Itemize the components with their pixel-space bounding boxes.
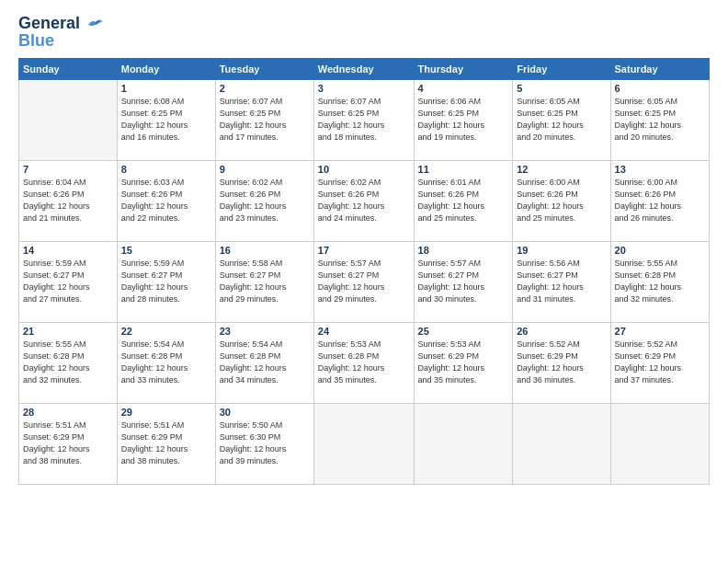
calendar-cell: 19Sunrise: 5:56 AMSunset: 6:27 PMDayligh… — [513, 241, 610, 322]
day-number: 22 — [121, 326, 211, 337]
day-number: 23 — [220, 326, 310, 337]
day-info: Sunrise: 5:57 AMSunset: 6:27 PMDaylight:… — [418, 258, 509, 305]
day-number: 28 — [23, 407, 113, 418]
day-info: Sunrise: 5:51 AMSunset: 6:29 PMDaylight:… — [121, 419, 211, 467]
day-number: 18 — [418, 245, 509, 256]
day-info: Sunrise: 6:01 AMSunset: 6:26 PMDaylight:… — [418, 177, 509, 224]
day-info: Sunrise: 5:52 AMSunset: 6:29 PMDaylight:… — [615, 339, 705, 386]
calendar-cell: 7Sunrise: 6:04 AMSunset: 6:26 PMDaylight… — [19, 160, 118, 241]
calendar-cell — [19, 79, 118, 160]
week-row-2: 7Sunrise: 6:04 AMSunset: 6:26 PMDaylight… — [19, 160, 710, 241]
calendar-cell: 11Sunrise: 6:01 AMSunset: 6:26 PMDayligh… — [414, 160, 513, 241]
day-info: Sunrise: 6:00 AMSunset: 6:26 PMDaylight:… — [517, 177, 606, 224]
day-number: 3 — [318, 83, 410, 94]
day-number: 14 — [23, 245, 113, 256]
calendar-cell: 6Sunrise: 6:05 AMSunset: 6:25 PMDaylight… — [610, 79, 709, 160]
day-number: 15 — [121, 245, 211, 256]
calendar-cell: 3Sunrise: 6:07 AMSunset: 6:25 PMDaylight… — [313, 79, 414, 160]
day-number: 1 — [121, 83, 211, 94]
day-info: Sunrise: 5:50 AMSunset: 6:30 PMDaylight:… — [220, 419, 310, 467]
calendar-cell: 5Sunrise: 6:05 AMSunset: 6:25 PMDaylight… — [513, 79, 610, 160]
day-number: 10 — [318, 164, 410, 175]
logo-blue: Blue — [18, 31, 54, 51]
day-number: 20 — [615, 245, 705, 256]
day-number: 21 — [23, 326, 113, 337]
day-number: 17 — [318, 245, 410, 256]
calendar: SundayMondayTuesdayWednesdayThursdayFrid… — [18, 58, 710, 485]
day-info: Sunrise: 6:05 AMSunset: 6:25 PMDaylight:… — [517, 96, 606, 144]
day-number: 25 — [418, 326, 509, 337]
calendar-header-row: SundayMondayTuesdayWednesdayThursdayFrid… — [19, 58, 710, 79]
day-info: Sunrise: 5:55 AMSunset: 6:28 PMDaylight:… — [23, 339, 113, 386]
day-number: 13 — [615, 164, 705, 175]
calendar-cell — [513, 403, 610, 484]
col-header-friday: Friday — [513, 58, 610, 79]
day-info: Sunrise: 5:52 AMSunset: 6:29 PMDaylight:… — [517, 339, 606, 386]
header: General Blue — [18, 15, 710, 51]
calendar-cell: 17Sunrise: 5:57 AMSunset: 6:27 PMDayligh… — [313, 241, 414, 322]
day-info: Sunrise: 6:07 AMSunset: 6:25 PMDaylight:… — [318, 96, 410, 144]
logo: General Blue — [18, 15, 105, 51]
calendar-cell — [313, 403, 414, 484]
day-info: Sunrise: 6:02 AMSunset: 6:26 PMDaylight:… — [318, 177, 410, 224]
day-number: 30 — [220, 407, 310, 418]
day-number: 5 — [517, 83, 606, 94]
calendar-cell: 20Sunrise: 5:55 AMSunset: 6:28 PMDayligh… — [610, 241, 709, 322]
week-row-4: 21Sunrise: 5:55 AMSunset: 6:28 PMDayligh… — [19, 322, 710, 403]
calendar-cell: 13Sunrise: 6:00 AMSunset: 6:26 PMDayligh… — [610, 160, 709, 241]
calendar-cell: 26Sunrise: 5:52 AMSunset: 6:29 PMDayligh… — [513, 322, 610, 403]
calendar-cell: 30Sunrise: 5:50 AMSunset: 6:30 PMDayligh… — [215, 403, 313, 484]
calendar-cell: 27Sunrise: 5:52 AMSunset: 6:29 PMDayligh… — [610, 322, 709, 403]
day-info: Sunrise: 6:08 AMSunset: 6:25 PMDaylight:… — [121, 96, 211, 144]
day-info: Sunrise: 5:57 AMSunset: 6:27 PMDaylight:… — [318, 258, 410, 305]
day-number: 7 — [23, 164, 113, 175]
calendar-cell: 14Sunrise: 5:59 AMSunset: 6:27 PMDayligh… — [19, 241, 118, 322]
col-header-thursday: Thursday — [414, 58, 513, 79]
day-info: Sunrise: 6:02 AMSunset: 6:26 PMDaylight:… — [220, 177, 310, 224]
day-number: 2 — [220, 83, 310, 94]
col-header-monday: Monday — [117, 58, 215, 79]
col-header-tuesday: Tuesday — [215, 58, 313, 79]
page: General Blue SundayMondayTuesdayWednesda… — [0, 0, 728, 563]
day-number: 4 — [418, 83, 509, 94]
day-number: 27 — [615, 326, 705, 337]
day-info: Sunrise: 5:59 AMSunset: 6:27 PMDaylight:… — [23, 258, 113, 305]
day-number: 19 — [517, 245, 606, 256]
day-info: Sunrise: 6:00 AMSunset: 6:26 PMDaylight:… — [615, 177, 705, 224]
calendar-cell: 1Sunrise: 6:08 AMSunset: 6:25 PMDaylight… — [117, 79, 215, 160]
calendar-cell — [610, 403, 709, 484]
calendar-cell: 10Sunrise: 6:02 AMSunset: 6:26 PMDayligh… — [313, 160, 414, 241]
calendar-cell: 24Sunrise: 5:53 AMSunset: 6:28 PMDayligh… — [313, 322, 414, 403]
col-header-saturday: Saturday — [610, 58, 709, 79]
day-info: Sunrise: 6:03 AMSunset: 6:26 PMDaylight:… — [121, 177, 211, 224]
day-info: Sunrise: 6:06 AMSunset: 6:25 PMDaylight:… — [418, 96, 509, 144]
week-row-5: 28Sunrise: 5:51 AMSunset: 6:29 PMDayligh… — [19, 403, 710, 484]
day-number: 6 — [615, 83, 705, 94]
logo-bird-icon — [86, 17, 105, 30]
day-number: 8 — [121, 164, 211, 175]
calendar-cell: 16Sunrise: 5:58 AMSunset: 6:27 PMDayligh… — [215, 241, 313, 322]
day-info: Sunrise: 5:53 AMSunset: 6:29 PMDaylight:… — [418, 339, 509, 386]
day-info: Sunrise: 5:56 AMSunset: 6:27 PMDaylight:… — [517, 258, 606, 305]
calendar-cell: 29Sunrise: 5:51 AMSunset: 6:29 PMDayligh… — [117, 403, 215, 484]
calendar-cell: 2Sunrise: 6:07 AMSunset: 6:25 PMDaylight… — [215, 79, 313, 160]
day-number: 11 — [418, 164, 509, 175]
day-info: Sunrise: 5:53 AMSunset: 6:28 PMDaylight:… — [318, 339, 410, 386]
day-info: Sunrise: 5:54 AMSunset: 6:28 PMDaylight:… — [121, 339, 211, 386]
calendar-cell: 9Sunrise: 6:02 AMSunset: 6:26 PMDaylight… — [215, 160, 313, 241]
day-info: Sunrise: 5:58 AMSunset: 6:27 PMDaylight:… — [220, 258, 310, 305]
day-info: Sunrise: 6:07 AMSunset: 6:25 PMDaylight:… — [220, 96, 310, 144]
day-info: Sunrise: 6:05 AMSunset: 6:25 PMDaylight:… — [615, 96, 705, 144]
calendar-cell: 8Sunrise: 6:03 AMSunset: 6:26 PMDaylight… — [117, 160, 215, 241]
week-row-1: 1Sunrise: 6:08 AMSunset: 6:25 PMDaylight… — [19, 79, 710, 160]
calendar-cell: 23Sunrise: 5:54 AMSunset: 6:28 PMDayligh… — [215, 322, 313, 403]
calendar-cell: 12Sunrise: 6:00 AMSunset: 6:26 PMDayligh… — [513, 160, 610, 241]
day-info: Sunrise: 5:55 AMSunset: 6:28 PMDaylight:… — [615, 258, 705, 305]
day-number: 16 — [220, 245, 310, 256]
day-info: Sunrise: 6:04 AMSunset: 6:26 PMDaylight:… — [23, 177, 113, 224]
day-number: 24 — [318, 326, 410, 337]
day-number: 12 — [517, 164, 606, 175]
col-header-sunday: Sunday — [19, 58, 118, 79]
day-info: Sunrise: 5:54 AMSunset: 6:28 PMDaylight:… — [220, 339, 310, 386]
calendar-cell: 22Sunrise: 5:54 AMSunset: 6:28 PMDayligh… — [117, 322, 215, 403]
